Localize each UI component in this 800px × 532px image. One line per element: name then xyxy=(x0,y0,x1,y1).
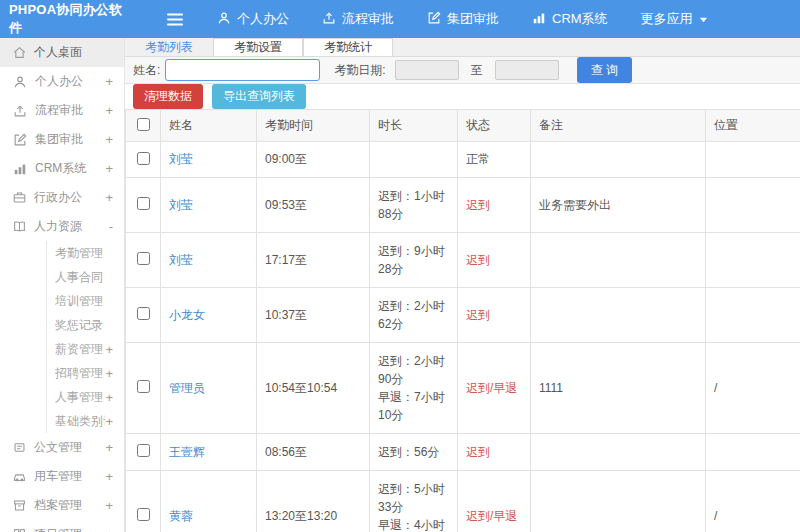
tab-attendance-settings[interactable]: 考勤设置 xyxy=(213,38,303,56)
employee-name-link[interactable]: 王壹辉 xyxy=(169,445,205,459)
employee-name-link[interactable]: 刘莹 xyxy=(169,198,193,212)
sidebar-item-workflow-approval[interactable]: 流程审批+ xyxy=(0,96,124,125)
select-all-cell xyxy=(126,110,161,142)
employee-name-link[interactable]: 管理员 xyxy=(169,381,205,395)
sidebar: 个人桌面个人办公+流程审批+集团审批+CRM系统+行政办公+人力资源-考勤管理人… xyxy=(0,38,125,532)
col-header-status: 状态 xyxy=(458,110,531,142)
row-select-cell xyxy=(126,288,161,343)
cell-status: 迟到/早退 xyxy=(458,471,531,532)
search-button[interactable]: 查 询 xyxy=(577,57,632,83)
cell-status: 迟到/早退 xyxy=(458,343,531,434)
expand-icon[interactable]: + xyxy=(105,440,113,455)
sidebar-item-training-management[interactable]: 培训管理 xyxy=(0,289,124,313)
row-checkbox[interactable] xyxy=(137,152,150,165)
sidebar-item-basic-category-settings[interactable]: 基础类别设置+ xyxy=(0,409,124,433)
briefcase-icon xyxy=(13,191,26,204)
expand-icon[interactable]: + xyxy=(105,74,113,89)
col-header-name: 姓名 xyxy=(161,110,257,142)
tab-attendance-list[interactable]: 考勤列表 xyxy=(125,38,213,56)
nav-item-personal-office[interactable]: 个人办公 xyxy=(217,10,289,28)
date-from-input[interactable] xyxy=(395,60,459,80)
cell-duration: 迟到：9小时28分 xyxy=(370,233,458,288)
sidebar-item-crm-system[interactable]: CRM系统+ xyxy=(0,154,124,183)
row-select-cell xyxy=(126,233,161,288)
sidebar-item-recruitment-management[interactable]: 招聘管理+ xyxy=(0,361,124,385)
cell-duration: 迟到：56分 xyxy=(370,434,458,471)
sidebar-item-reward-punishment[interactable]: 奖惩记录 xyxy=(0,313,124,337)
expand-icon[interactable]: + xyxy=(105,342,113,357)
doc-icon xyxy=(13,441,26,454)
cell-note xyxy=(531,233,706,288)
sidebar-item-attendance-management[interactable]: 考勤管理 xyxy=(0,241,124,265)
employee-name-link[interactable]: 刘莹 xyxy=(169,253,193,267)
expand-icon[interactable]: + xyxy=(105,414,113,429)
expand-icon[interactable]: + xyxy=(105,469,113,484)
sidebar-item-label: 个人办公 xyxy=(35,73,105,90)
employee-name-link[interactable]: 小龙女 xyxy=(169,308,205,322)
cell-note xyxy=(531,288,706,343)
expand-icon[interactable]: + xyxy=(105,390,113,405)
date-to-input[interactable] xyxy=(495,60,559,80)
sidebar-item-personal-desktop[interactable]: 个人桌面 xyxy=(0,38,124,67)
cell-name: 刘莹 xyxy=(161,233,257,288)
col-header-duration: 时长 xyxy=(370,110,458,142)
sidebar-item-label: 流程审批 xyxy=(35,102,105,119)
sidebar-item-project-management[interactable]: 项目管理+ xyxy=(0,520,124,532)
sidebar-item-label: 用车管理 xyxy=(34,468,105,485)
cell-location: / xyxy=(706,343,800,434)
sidebar-item-admin-office[interactable]: 行政办公+ xyxy=(0,183,124,212)
sidebar-item-document-management[interactable]: 公文管理+ xyxy=(0,433,124,462)
row-checkbox[interactable] xyxy=(137,508,150,521)
table-row: 刘莹09:00至正常 xyxy=(126,142,800,178)
expand-icon[interactable]: + xyxy=(105,103,113,118)
clean-data-button[interactable]: 清理数据 xyxy=(133,84,203,109)
book-icon xyxy=(13,220,26,233)
sidebar-item-vehicle-management[interactable]: 用车管理+ xyxy=(0,462,124,491)
name-input[interactable] xyxy=(165,59,320,81)
sidebar-item-label: CRM系统 xyxy=(35,160,105,177)
cell-time: 17:17至 xyxy=(257,233,370,288)
expand-icon[interactable]: + xyxy=(105,161,113,176)
col-header-location: 位置 xyxy=(706,110,800,142)
row-select-cell xyxy=(126,434,161,471)
sidebar-item-human-resources[interactable]: 人力资源- xyxy=(0,212,124,241)
row-checkbox[interactable] xyxy=(137,444,150,457)
nav-item-workflow-approval[interactable]: 流程审批 xyxy=(322,10,394,28)
row-checkbox[interactable] xyxy=(137,197,150,210)
sidebar-item-archive-management[interactable]: 档案管理+ xyxy=(0,491,124,520)
sidebar-item-hr-contract[interactable]: 人事合同 xyxy=(0,265,124,289)
cell-name: 王壹辉 xyxy=(161,434,257,471)
filter-bar: 姓名: 考勤日期: 至 查 询 xyxy=(125,57,800,84)
menu-toggle-icon[interactable] xyxy=(167,13,183,26)
expand-icon[interactable]: + xyxy=(105,498,113,513)
edit-icon xyxy=(427,11,441,28)
expand-icon[interactable]: + xyxy=(105,366,113,381)
action-bar: 清理数据 导出查询列表 xyxy=(125,84,800,109)
sidebar-item-personal-office[interactable]: 个人办公+ xyxy=(0,67,124,96)
cell-duration: 迟到：2小时62分 xyxy=(370,288,458,343)
row-checkbox[interactable] xyxy=(137,380,150,393)
employee-name-link[interactable]: 黄蓉 xyxy=(169,509,193,523)
row-checkbox[interactable] xyxy=(137,252,150,265)
select-all-checkbox[interactable] xyxy=(137,118,150,131)
to-label: 至 xyxy=(471,62,483,79)
expand-icon[interactable]: + xyxy=(105,190,113,205)
collapse-icon[interactable]: - xyxy=(109,219,113,234)
sidebar-item-group-approval[interactable]: 集团审批+ xyxy=(0,125,124,154)
sidebar-item-label: 个人桌面 xyxy=(34,44,113,61)
topbar: PHPOA协同办公软件 个人办公流程审批集团审批CRM系统更多应用 xyxy=(0,0,800,38)
sidebar-item-salary-management[interactable]: 薪资管理+ xyxy=(0,337,124,361)
tab-attendance-stats[interactable]: 考勤统计 xyxy=(303,38,393,56)
row-checkbox[interactable] xyxy=(137,307,150,320)
expand-icon[interactable]: + xyxy=(105,132,113,147)
nav-item-group-approval[interactable]: 集团审批 xyxy=(427,10,499,28)
nav-item-more-apps[interactable]: 更多应用 xyxy=(641,10,708,28)
cell-name: 管理员 xyxy=(161,343,257,434)
export-list-button[interactable]: 导出查询列表 xyxy=(212,84,306,109)
cell-duration: 迟到：1小时88分 xyxy=(370,178,458,233)
sidebar-item-personnel-management[interactable]: 人事管理+ xyxy=(0,385,124,409)
employee-name-link[interactable]: 刘莹 xyxy=(169,152,193,166)
nav-item-crm-system[interactable]: CRM系统 xyxy=(532,10,608,28)
cell-name: 黄蓉 xyxy=(161,471,257,532)
expand-icon[interactable]: + xyxy=(105,527,113,532)
